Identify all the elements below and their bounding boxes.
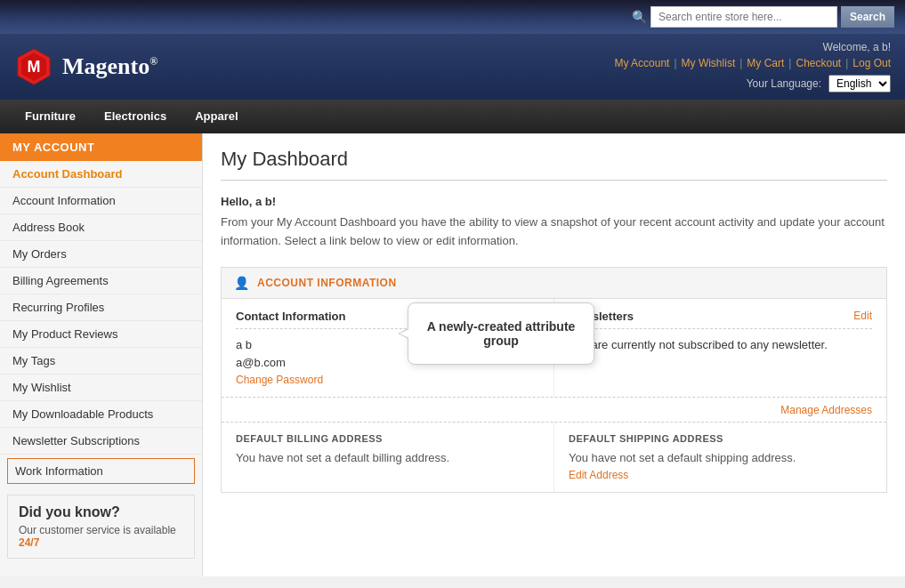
greeting: Hello, a b!: [221, 195, 887, 208]
change-password-link[interactable]: Change Password: [236, 374, 323, 386]
language-label: Your Language:: [747, 77, 821, 90]
nav-electronics[interactable]: Electronics: [90, 100, 181, 133]
did-you-know-title: Did you know?: [19, 504, 183, 520]
svg-text:M: M: [28, 58, 41, 76]
top-bar: 🔍 Search: [0, 0, 905, 34]
newsletters-col: Newsletters Edit You are currently not s…: [554, 299, 886, 398]
main-content: My Dashboard Hello, a b! From your My Ac…: [203, 133, 905, 576]
search-input[interactable]: [650, 6, 837, 28]
language-row: Your Language: English: [614, 75, 891, 93]
checkout-link[interactable]: Checkout: [796, 57, 841, 69]
sidebar: MY ACCOUNT Account Dashboard Account Inf…: [0, 133, 203, 576]
welcome-text: Welcome, a b!: [614, 41, 891, 53]
header: M Magento® Welcome, a b! My Account | My…: [0, 34, 905, 100]
sidebar-recurring-profiles[interactable]: Recurring Profiles: [0, 294, 202, 321]
sidebar-title: MY ACCOUNT: [0, 133, 202, 161]
content-wrap: MY ACCOUNT Account Dashboard Account Inf…: [0, 133, 905, 576]
sidebar-my-wishlist[interactable]: My Wishlist: [0, 375, 202, 401]
shipping-address-title: DEFAULT SHIPPING ADDRESS: [569, 433, 872, 444]
my-wishlist-link[interactable]: My Wishlist: [682, 57, 736, 69]
account-info-header: 👤 ACCOUNT INFORMATION: [222, 268, 886, 299]
header-links: My Account | My Wishlist | My Cart | Che…: [614, 57, 891, 69]
sidebar-my-orders[interactable]: My Orders: [0, 241, 202, 268]
language-select[interactable]: English: [828, 75, 891, 93]
did-you-know-box: Did you know? Our customer service is av…: [7, 495, 195, 559]
navbar: Furniture Electronics Apparel: [0, 100, 905, 133]
billing-address-col: DEFAULT BILLING ADDRESS You have not set…: [222, 423, 554, 492]
sidebar-work-information[interactable]: Work Information: [7, 458, 195, 484]
intro-text: From your My Account Dashboard you have …: [221, 213, 887, 251]
newsletters-text: You are currently not subscribed to any …: [569, 336, 872, 355]
edit-address-link[interactable]: Edit Address: [569, 469, 628, 481]
search-button[interactable]: Search: [841, 6, 894, 28]
newsletters-header: Newsletters Edit: [569, 310, 872, 329]
sidebar-newsletter-subscriptions[interactable]: Newsletter Subscriptions: [0, 428, 202, 455]
sidebar-address-book[interactable]: Address Book: [0, 214, 202, 241]
manage-addresses-row: Manage Addresses: [222, 397, 886, 422]
log-out-link[interactable]: Log Out: [852, 57, 891, 69]
search-icon: 🔍: [632, 10, 647, 24]
logo: M Magento®: [14, 47, 158, 86]
billing-address-text: You have not set a default billing addre…: [236, 449, 539, 468]
contact-info-title: Contact Information: [236, 310, 346, 323]
account-info-box: 👤 ACCOUNT INFORMATION Contact Informatio…: [221, 267, 887, 493]
my-cart-link[interactable]: My Cart: [747, 57, 784, 69]
page-title: My Dashboard: [221, 148, 887, 181]
nav-furniture[interactable]: Furniture: [11, 100, 90, 133]
sidebar-account-information[interactable]: Account Information: [0, 188, 202, 214]
sidebar-menu: Account Dashboard Account Information Ad…: [0, 161, 202, 484]
search-form: 🔍 Search: [632, 6, 894, 28]
sidebar-billing-agreements[interactable]: Billing Agreements: [0, 268, 202, 294]
manage-addresses-link[interactable]: Manage Addresses: [780, 404, 872, 416]
sidebar-account-dashboard[interactable]: Account Dashboard: [0, 161, 202, 188]
user-icon: 👤: [234, 275, 250, 291]
my-account-link[interactable]: My Account: [614, 57, 669, 69]
shipping-address-col: DEFAULT SHIPPING ADDRESS You have not se…: [554, 423, 886, 492]
shipping-address-text: You have not set a default shipping addr…: [569, 449, 872, 468]
did-you-know-text: Our customer service is available 24/7: [19, 524, 183, 549]
billing-address-title: DEFAULT BILLING ADDRESS: [236, 433, 539, 444]
sidebar-my-product-reviews[interactable]: My Product Reviews: [0, 321, 202, 348]
sidebar-my-tags[interactable]: My Tags: [0, 348, 202, 375]
tooltip-popup: A newly-created attribute group: [408, 302, 594, 365]
account-info-label: ACCOUNT INFORMATION: [257, 277, 397, 289]
newsletters-edit-link[interactable]: Edit: [853, 310, 872, 322]
tooltip-text: A newly-created attribute group: [427, 319, 576, 348]
sidebar-my-downloadable-products[interactable]: My Downloadable Products: [0, 401, 202, 428]
header-right: Welcome, a b! My Account | My Wishlist |…: [614, 41, 891, 93]
address-row: DEFAULT BILLING ADDRESS You have not set…: [222, 422, 886, 492]
logo-text: Magento®: [62, 53, 158, 80]
dashboard-intro: Hello, a b! From your My Account Dashboa…: [221, 195, 887, 251]
nav-apparel[interactable]: Apparel: [181, 100, 252, 133]
magento-logo-icon: M: [14, 47, 53, 86]
